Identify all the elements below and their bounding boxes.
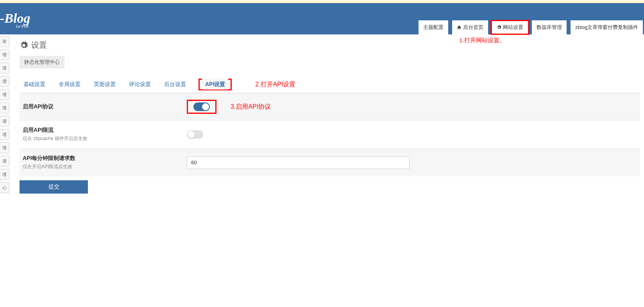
sidebar-item[interactable]: 理 <box>0 156 9 167</box>
sidebar-item[interactable]: 理 <box>0 63 9 74</box>
sidebar-item[interactable]: 心 <box>0 182 9 193</box>
header: -Blog for PHP 主题配置 后台首页 网站设置 数据库管理 zblog… <box>0 3 644 34</box>
submit-button[interactable]: 提交 <box>20 180 88 194</box>
form-row-enable-api: 启用API协议 3.启用API协议 <box>20 93 640 120</box>
form-row-ratelimit: 启用API限流 仅在 zbpcache 插件开启后生效 <box>20 120 640 148</box>
form-row-limit-count: API每分钟限制请求数 仅在开启API限流后生效 <box>20 148 640 176</box>
logo-main: -Blog <box>0 12 30 25</box>
top-yellow-bar <box>0 0 644 3</box>
form-label-col: 启用API协议 <box>23 103 187 110</box>
nav-label: 数据库管理 <box>537 24 562 31</box>
form-label: 启用API协议 <box>23 103 187 110</box>
tab-global[interactable]: 全局设置 <box>58 79 81 90</box>
sidebar-item[interactable]: 理 <box>0 169 9 180</box>
form-hint: 仅在 zbpcache 插件开启后生效 <box>23 135 187 142</box>
nav-theme-config[interactable]: 主题配置 <box>417 20 449 34</box>
tab-api[interactable]: API设置 <box>202 79 228 90</box>
form-label-col: API每分钟限制请求数 仅在开启API限流后生效 <box>23 155 187 170</box>
toggle-knob <box>188 131 195 138</box>
form-label: API每分钟限制请求数 <box>23 155 187 162</box>
tab-basic[interactable]: 基础设置 <box>23 79 46 90</box>
home-icon <box>457 25 462 30</box>
tab-api-highlight: API设置 <box>199 79 232 90</box>
top-nav: 主题配置 后台首页 网站设置 数据库管理 zblog文章弹窗付费复制插件 <box>416 20 644 34</box>
toggle-enable-api[interactable] <box>193 102 210 111</box>
toggle-ratelimit[interactable] <box>187 130 203 139</box>
nav-label: 网站设置 <box>503 24 523 31</box>
sidebar-item[interactable]: 理 <box>0 142 9 153</box>
tabs: 基础设置 全局设置 页面设置 评论设置 后台设置 API设置 2.打开API设置 <box>20 75 640 90</box>
page-title-text: 设置 <box>31 40 47 50</box>
tab-page[interactable]: 页面设置 <box>93 79 116 90</box>
input-limit-per-minute[interactable] <box>187 156 410 169</box>
sidebar-item[interactable]: 理 <box>0 116 9 127</box>
tab-admin[interactable]: 后台设置 <box>163 79 187 90</box>
nav-label: 后台首页 <box>463 24 483 31</box>
nav-plugin-zblog[interactable]: zblog文章弹窗付费复制插件 <box>569 20 644 34</box>
sidebar-item[interactable]: 章 <box>0 36 9 47</box>
main-content: 设置 静态化管理中心 基础设置 全局设置 页面设置 评论设置 后台设置 API设… <box>20 34 640 194</box>
nav-admin-home[interactable]: 后台首页 <box>451 20 489 34</box>
page-title: 设置 <box>20 40 640 50</box>
sidebar-item[interactable]: 理 <box>0 49 9 60</box>
form-ctrl-col <box>187 156 410 169</box>
form-label-col: 启用API限流 仅在 zbpcache 插件开启后生效 <box>23 127 187 142</box>
form-ctrl-col: 3.启用API协议 <box>187 100 271 114</box>
nav-db-manage[interactable]: 数据库管理 <box>531 20 568 34</box>
logo: -Blog for PHP <box>0 12 30 29</box>
gear-icon <box>20 41 28 50</box>
toggle-highlight <box>187 100 216 114</box>
form-wrap: 启用API协议 3.启用API协议 启用API限流 仅在 zbpcache 插件… <box>20 93 640 176</box>
nav-site-settings[interactable]: 网站设置 <box>491 20 529 34</box>
annotation-step3: 3.启用API协议 <box>231 103 271 111</box>
tab-comment[interactable]: 评论设置 <box>128 79 152 90</box>
toggle-knob <box>202 103 209 110</box>
sidebar-item[interactable]: 理 <box>0 102 9 113</box>
sidebar-item[interactable]: 理 <box>0 76 9 87</box>
form-ctrl-col <box>187 130 203 139</box>
annotation-step1: 1.打开网站设置。 <box>459 37 505 44</box>
static-manage-button[interactable]: 静态化管理中心 <box>20 56 64 68</box>
form-label: 启用API限流 <box>23 127 187 134</box>
annotation-step2: 2.打开API设置 <box>255 81 295 89</box>
sidebar: 章 理 理 理 理 理 理 理 理 理 理 心 <box>0 36 9 194</box>
nav-label: 主题配置 <box>423 24 444 31</box>
form-hint: 仅在开启API限流后生效 <box>23 163 187 170</box>
sidebar-item[interactable]: 理 <box>0 129 9 140</box>
gear-icon <box>497 25 501 30</box>
sidebar-item[interactable]: 理 <box>0 89 9 100</box>
nav-label: zblog文章弹窗付费复制插件 <box>575 24 638 31</box>
